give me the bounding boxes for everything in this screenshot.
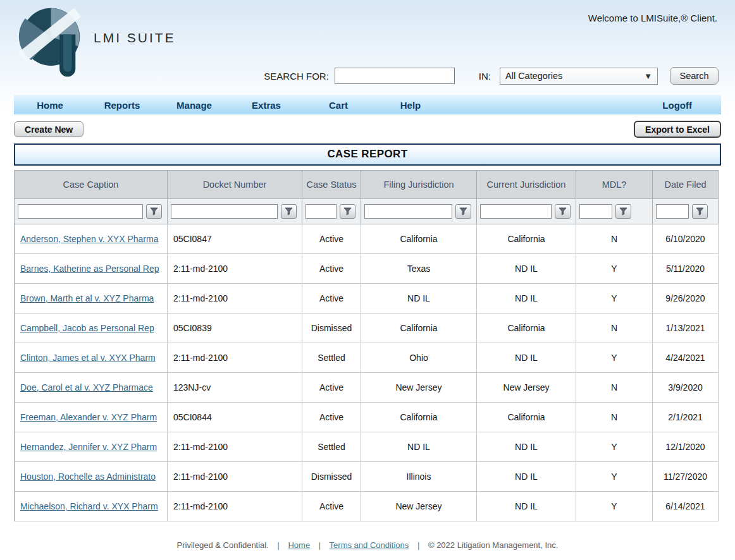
docket-number-cell: 05CI0847	[168, 224, 302, 254]
filter-button-mdl[interactable]	[615, 204, 631, 219]
filter-button-current-jurisdiction[interactable]	[555, 204, 571, 219]
case-caption-link[interactable]: Brown, Marth et al v. XYZ Pharma	[20, 293, 154, 303]
mdl-cell: Y	[576, 462, 653, 492]
filter-button-date-filed[interactable]	[692, 204, 708, 219]
case-caption-cell: Doe, Carol et al v. XYZ Pharmace	[15, 373, 168, 403]
docket-number-cell: 2:11-md-2100	[168, 432, 302, 462]
logo: LMI SUITE	[16, 4, 176, 83]
filing-jurisdiction-cell: Texas	[361, 254, 477, 284]
filter-input-case-caption[interactable]	[18, 204, 143, 219]
table-row: Doe, Carol et al v. XYZ Pharmace 123NJ-c…	[15, 373, 719, 403]
case-status-cell: Active	[302, 492, 361, 521]
filter-funnel-icon	[285, 207, 293, 216]
case-caption-cell: Freeman, Alexander v. XYZ Pharm	[15, 403, 168, 432]
mdl-cell: Y	[576, 492, 653, 521]
case-caption-link[interactable]: Houston, Rochelle as Administrato	[20, 472, 156, 482]
search-button[interactable]: Search	[670, 67, 719, 85]
footer-home-link[interactable]: Home	[288, 540, 310, 550]
column-header-date-filed[interactable]: Date Filed	[653, 171, 719, 199]
filing-jurisdiction-cell: New Jersey	[361, 373, 477, 403]
current-jurisdiction-cell: California	[477, 313, 576, 343]
filter-button-filing-jurisdiction[interactable]	[455, 204, 471, 219]
case-caption-link[interactable]: Michaelson, Richard v. XYX Pharm	[20, 501, 158, 511]
filter-button-docket-number[interactable]	[281, 204, 297, 219]
page: LMI SUITE Welcome to LMISuite,® Client. …	[0, 0, 735, 560]
case-caption-cell: Clinton, James et al v. XYX Pharm	[15, 343, 168, 373]
date-filed-cell: 9/26/2020	[653, 284, 719, 313]
nav-item-extras[interactable]: Extras	[230, 100, 302, 111]
category-select[interactable]: All Categories ▼	[500, 68, 658, 85]
column-header-case-status[interactable]: Case Status	[302, 171, 361, 199]
docket-number-cell: 05CI0839	[168, 313, 302, 343]
docket-number-cell: 2:11-md-2100	[168, 343, 302, 373]
date-filed-cell: 4/24/2021	[653, 343, 719, 373]
current-jurisdiction-cell: ND IL	[477, 492, 576, 521]
case-caption-link[interactable]: Doe, Carol et al v. XYZ Pharmace	[20, 382, 153, 393]
report-title: CASE REPORT	[14, 143, 721, 166]
nav-item-cart[interactable]: Cart	[302, 100, 374, 111]
column-header-case-caption[interactable]: Case Caption	[15, 171, 168, 199]
column-header-filing-jurisdiction[interactable]: Filing Jurisdiction	[361, 171, 477, 199]
table-row: Clinton, James et al v. XYX Pharm 2:11-m…	[15, 343, 719, 373]
column-header-current-jurisdiction[interactable]: Current Jurisdiction	[477, 171, 576, 199]
case-status-cell: Settled	[302, 432, 361, 462]
case-caption-link[interactable]: Barnes, Katherine as Personal Rep	[20, 264, 159, 274]
case-caption-link[interactable]: Freeman, Alexander v. XYZ Pharm	[20, 412, 157, 422]
table-row: Freeman, Alexander v. XYZ Pharm 05CI0844…	[15, 403, 719, 432]
footer-terms-link[interactable]: Terms and Conditions	[330, 540, 409, 550]
filing-jurisdiction-cell: Ohio	[361, 343, 477, 373]
column-header-mdl[interactable]: MDL?	[576, 171, 653, 199]
case-status-cell: Settled	[302, 343, 361, 373]
filter-funnel-icon	[343, 207, 352, 216]
nav-item-reports[interactable]: Reports	[86, 100, 158, 111]
filter-input-mdl[interactable]	[579, 204, 612, 219]
case-caption-cell: Anderson, Stephen v. XYX Pharma	[15, 224, 168, 254]
filter-input-case-status[interactable]	[306, 204, 337, 219]
date-filed-cell: 6/10/2020	[653, 224, 719, 254]
case-caption-cell: Michaelson, Richard v. XYX Pharm	[15, 492, 168, 521]
current-jurisdiction-cell: New Jersey	[477, 373, 576, 403]
filing-jurisdiction-cell: California	[361, 224, 477, 254]
case-status-cell: Active	[302, 284, 361, 313]
case-caption-cell: Houston, Rochelle as Administrato	[15, 462, 168, 492]
toolbar: Create New Export to Excel	[14, 121, 721, 138]
docket-number-cell: 2:11-md-2100	[168, 492, 302, 521]
filter-funnel-icon	[459, 207, 467, 216]
table-row: Anderson, Stephen v. XYX Pharma 05CI0847…	[15, 224, 719, 254]
search-bar: SEARCH FOR: IN: All Categories ▼ Search	[264, 67, 719, 85]
filter-button-case-status[interactable]	[340, 204, 355, 219]
filing-jurisdiction-cell: California	[361, 313, 477, 343]
footer-separator: |	[277, 540, 279, 550]
search-for-label: SEARCH FOR:	[264, 71, 329, 82]
search-input[interactable]	[335, 68, 455, 84]
case-caption-link[interactable]: Clinton, James et al v. XYX Pharm	[20, 353, 156, 363]
case-caption-link[interactable]: Hernandez, Jennifer v. XYZ Pharm	[20, 442, 157, 452]
case-caption-link[interactable]: Anderson, Stephen v. XYX Pharma	[20, 234, 158, 244]
export-to-excel-button[interactable]: Export to Excel	[634, 121, 721, 138]
filter-input-date-filed[interactable]	[656, 204, 689, 219]
case-table-body: Anderson, Stephen v. XYX Pharma 05CI0847…	[15, 224, 719, 521]
nav-item-home[interactable]: Home	[14, 100, 86, 111]
case-status-cell: Active	[302, 403, 361, 432]
filter-input-docket-number[interactable]	[171, 204, 278, 219]
mdl-cell: N	[576, 373, 653, 403]
filter-input-filing-jurisdiction[interactable]	[364, 204, 452, 219]
case-caption-link[interactable]: Campbell, Jacob as Personal Rep	[20, 323, 154, 333]
header: LMI SUITE Welcome to LMISuite,® Client. …	[0, 0, 735, 92]
nav-item-manage[interactable]: Manage	[158, 100, 230, 111]
filter-input-current-jurisdiction[interactable]	[480, 204, 552, 219]
create-new-button[interactable]: Create New	[14, 121, 83, 137]
case-caption-cell: Barnes, Katherine as Personal Rep	[15, 254, 168, 284]
nav-item-help[interactable]: Help	[374, 100, 447, 111]
case-status-cell: Active	[302, 254, 361, 284]
column-header-docket-number[interactable]: Docket Number	[168, 171, 302, 199]
filter-button-case-caption[interactable]	[146, 204, 162, 219]
mdl-cell: N	[576, 313, 653, 343]
mdl-cell: Y	[576, 432, 653, 462]
filing-jurisdiction-cell: New Jersey	[361, 492, 477, 521]
case-caption-cell: Brown, Marth et al v. XYZ Pharma	[15, 284, 168, 313]
table-row: Houston, Rochelle as Administrato 2:11-m…	[15, 462, 719, 492]
docket-number-cell: 05CI0844	[168, 403, 302, 432]
mdl-cell: N	[576, 224, 653, 254]
nav-item-logoff[interactable]: Logoff	[662, 100, 692, 111]
